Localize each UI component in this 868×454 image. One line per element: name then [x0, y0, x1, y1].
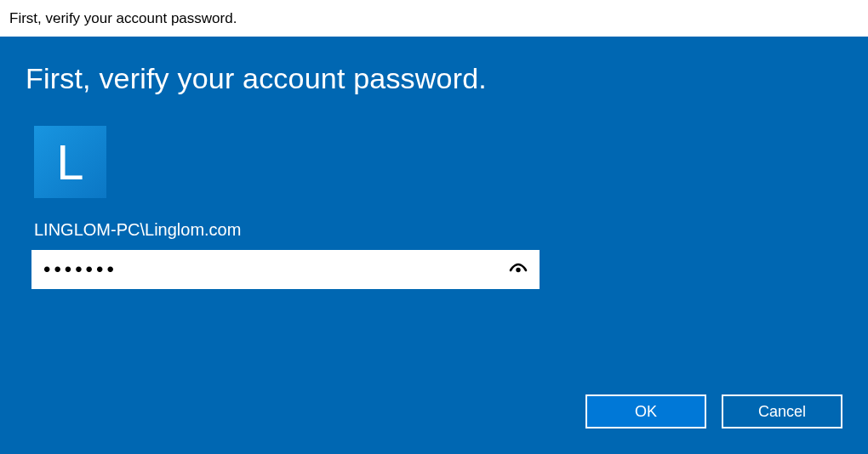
ok-button[interactable]: OK	[585, 394, 706, 428]
password-input[interactable]	[31, 250, 497, 289]
user-avatar: L	[34, 126, 106, 198]
password-field-wrapper	[31, 250, 540, 289]
reveal-password-button[interactable]	[497, 250, 540, 289]
eye-icon	[508, 258, 528, 281]
dialog-body: First, verify your account password. L L…	[0, 37, 868, 454]
avatar-letter: L	[56, 138, 83, 187]
account-name: LINGLOM-PC\Linglom.com	[34, 220, 842, 240]
cancel-button[interactable]: Cancel	[722, 394, 842, 428]
svg-point-0	[516, 267, 520, 271]
dialog-heading: First, verify your account password.	[26, 62, 842, 95]
title-text: First, verify your account password.	[9, 10, 237, 27]
dialog-button-row: OK Cancel	[585, 394, 842, 428]
title-bar: First, verify your account password.	[0, 0, 868, 37]
